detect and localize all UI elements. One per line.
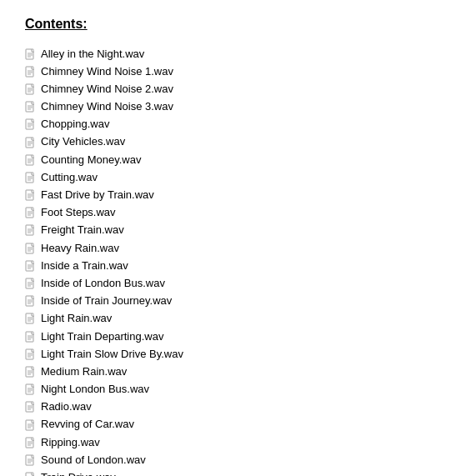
file-icon	[25, 313, 37, 324]
list-item[interactable]: Counting Money.wav	[25, 151, 451, 168]
file-icon	[25, 224, 37, 236]
list-item[interactable]: Heavy Rain.wav	[25, 239, 451, 257]
file-icon	[25, 101, 37, 113]
list-item[interactable]: Light Train Slow Drive By.wav	[25, 345, 451, 363]
file-name: Counting Money.wav	[41, 153, 141, 168]
file-name: Alley in the Night.wav	[41, 47, 144, 62]
file-name: Freight Train.wav	[41, 223, 124, 238]
file-icon	[25, 48, 37, 60]
list-item[interactable]: Chimney Wind Noise 1.wav	[25, 63, 451, 80]
file-icon	[25, 83, 37, 95]
file-name: Cutting.wav	[41, 170, 98, 185]
list-item[interactable]: City Vehicles.wav	[25, 133, 451, 151]
list-item[interactable]: Chimney Wind Noise 3.wav	[25, 98, 451, 116]
file-name: Foot Steps.wav	[41, 205, 116, 220]
page-container: Contents: Alley in the Night.wav Chimney…	[0, 0, 476, 476]
file-name: Revving of Car.wav	[41, 417, 134, 432]
file-icon	[25, 295, 37, 307]
file-name: Heavy Rain.wav	[41, 241, 119, 256]
list-item[interactable]: Revving of Car.wav	[25, 416, 451, 433]
list-item[interactable]: Radio.wav	[25, 398, 451, 416]
list-item[interactable]: Light Rain.wav	[25, 310, 451, 328]
file-list: Alley in the Night.wav Chimney Wind Nois…	[25, 45, 451, 476]
file-icon	[25, 348, 37, 360]
file-icon	[25, 331, 37, 343]
file-icon	[25, 260, 37, 272]
file-name: Medium Rain.wav	[41, 364, 127, 379]
file-icon	[25, 437, 37, 448]
file-name: Inside of London Bus.wav	[41, 276, 165, 291]
file-icon	[25, 137, 37, 148]
list-item[interactable]: Chimney Wind Noise 2.wav	[25, 80, 451, 98]
file-icon	[25, 66, 37, 78]
file-icon	[25, 172, 37, 183]
list-item[interactable]: Chopping.wav	[25, 116, 451, 133]
list-item[interactable]: Alley in the Night.wav	[25, 45, 451, 63]
list-item[interactable]: Cutting.wav	[25, 168, 451, 186]
file-icon	[25, 419, 37, 431]
file-name: Chimney Wind Noise 3.wav	[41, 99, 173, 114]
file-name: Light Train Departing.wav	[41, 329, 163, 344]
list-item[interactable]: Inside of Train Journey.wav	[25, 293, 451, 310]
file-name: Chimney Wind Noise 2.wav	[41, 82, 173, 97]
list-item[interactable]: Inside of London Bus.wav	[25, 274, 451, 292]
file-icon	[25, 118, 37, 130]
list-item[interactable]: Train Drive.wav	[25, 469, 451, 477]
file-icon	[25, 243, 37, 254]
list-item[interactable]: Medium Rain.wav	[25, 363, 451, 380]
list-item[interactable]: Inside a Train.wav	[25, 257, 451, 274]
file-icon	[25, 454, 37, 466]
file-icon	[25, 154, 37, 166]
file-icon	[25, 401, 37, 413]
list-item[interactable]: Sound of London.wav	[25, 451, 451, 468]
list-item[interactable]: Light Train Departing.wav	[25, 328, 451, 345]
file-icon	[25, 472, 37, 476]
list-item[interactable]: Foot Steps.wav	[25, 204, 451, 222]
file-name: Sound of London.wav	[41, 453, 146, 468]
file-name: Chimney Wind Noise 1.wav	[41, 64, 173, 79]
file-name: Light Train Slow Drive By.wav	[41, 347, 183, 362]
list-item[interactable]: Night London Bus.wav	[25, 381, 451, 398]
file-name: City Vehicles.wav	[41, 134, 125, 149]
file-icon	[25, 189, 37, 201]
file-icon	[25, 278, 37, 289]
list-item[interactable]: Freight Train.wav	[25, 222, 451, 239]
file-name: Ripping.wav	[41, 435, 100, 450]
file-name: Fast Drive by Train.wav	[41, 188, 154, 203]
list-item[interactable]: Fast Drive by Train.wav	[25, 187, 451, 204]
file-name: Inside of Train Journey.wav	[41, 293, 172, 308]
file-name: Train Drive.wav	[41, 470, 116, 476]
file-name: Chopping.wav	[41, 117, 109, 132]
file-icon	[25, 366, 37, 378]
file-name: Radio.wav	[41, 399, 92, 414]
file-icon	[25, 207, 37, 218]
list-item[interactable]: Ripping.wav	[25, 433, 451, 451]
file-name: Night London Bus.wav	[41, 382, 149, 397]
file-name: Inside a Train.wav	[41, 258, 128, 273]
file-icon	[25, 383, 37, 395]
file-name: Light Rain.wav	[41, 311, 112, 326]
page-title: Contents:	[25, 17, 451, 32]
